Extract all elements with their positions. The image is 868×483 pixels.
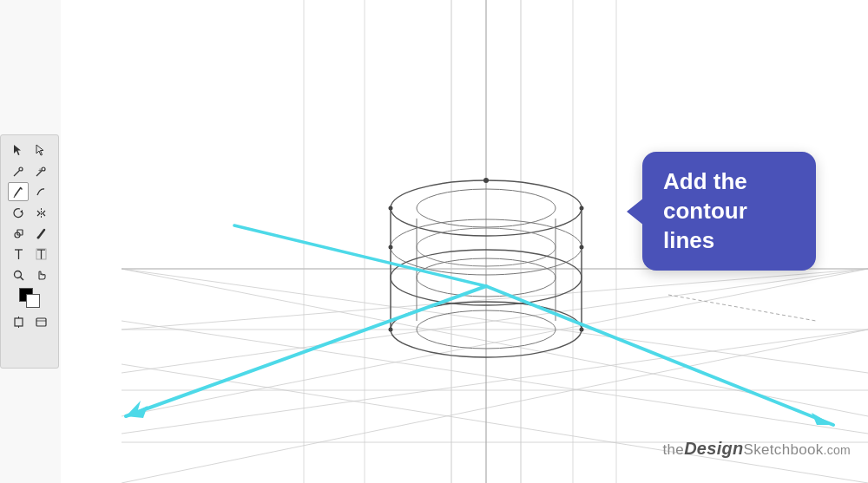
main-canvas: Add the contour lines theDesignSketchboo… xyxy=(61,0,868,483)
text-tool[interactable] xyxy=(8,245,29,264)
svg-line-20 xyxy=(20,277,23,280)
svg-point-0 xyxy=(19,167,23,171)
toolbar-row-view xyxy=(4,312,55,331)
tooltip-bubble: Add the contour lines xyxy=(642,152,816,271)
svg-point-62 xyxy=(389,328,393,332)
toolbar-row-2: + xyxy=(4,161,55,180)
eyedropper-tool[interactable] xyxy=(30,224,51,243)
svg-line-36 xyxy=(122,330,868,483)
pen-tool[interactable] xyxy=(8,161,29,180)
svg-line-66 xyxy=(126,286,486,416)
svg-point-2 xyxy=(42,167,45,171)
artboard-tool[interactable] xyxy=(8,312,29,331)
hand-tool[interactable] xyxy=(30,265,51,284)
svg-line-40 xyxy=(122,364,868,483)
toolbar-row-7 xyxy=(4,265,55,284)
tooltip-text-line3: lines xyxy=(663,227,714,253)
svg-marker-8 xyxy=(20,210,23,213)
watermark-suffix: Sketchbook xyxy=(744,441,824,458)
svg-point-61 xyxy=(580,206,584,211)
svg-text:+: + xyxy=(38,167,42,173)
svg-rect-24 xyxy=(36,318,46,326)
watermark: theDesignSketchbook.com xyxy=(663,439,851,459)
svg-point-13 xyxy=(36,236,39,238)
add-anchor-tool[interactable]: + xyxy=(30,161,51,180)
svg-point-60 xyxy=(389,206,393,211)
direct-select-tool[interactable] xyxy=(30,140,51,160)
svg-rect-21 xyxy=(15,318,23,326)
tooltip-text-line1: Add the xyxy=(663,168,747,194)
svg-point-63 xyxy=(580,328,584,332)
svg-point-64 xyxy=(389,245,393,250)
screen-mode-tool[interactable] xyxy=(30,312,51,331)
svg-line-1 xyxy=(14,170,20,176)
svg-point-19 xyxy=(14,271,21,277)
reflect-tool[interactable] xyxy=(30,203,51,222)
shape-builder-tool[interactable] xyxy=(8,224,29,243)
toolbar-row-6 xyxy=(4,245,55,264)
zoom-tool[interactable] xyxy=(8,265,29,284)
toolbar-row-4 xyxy=(4,203,55,222)
svg-line-34 xyxy=(122,269,868,330)
watermark-brand: Design xyxy=(684,439,743,458)
svg-line-12 xyxy=(39,230,44,237)
svg-point-59 xyxy=(483,178,489,183)
stroke-swatch[interactable] xyxy=(26,294,40,308)
svg-line-69 xyxy=(486,286,833,425)
toolbar-row-5 xyxy=(4,224,55,243)
toolbar: + xyxy=(0,134,59,369)
toolbar-row-3 xyxy=(4,182,55,201)
tooltip-text-line2: contour xyxy=(663,198,747,224)
svg-point-65 xyxy=(580,245,584,250)
pencil-tool[interactable] xyxy=(8,182,29,201)
svg-line-72 xyxy=(668,295,816,321)
svg-line-71 xyxy=(234,225,486,286)
area-text-tool[interactable] xyxy=(30,245,51,264)
rotate-tool[interactable] xyxy=(8,203,29,222)
svg-line-35 xyxy=(122,330,868,434)
svg-line-7 xyxy=(14,196,15,198)
toolbar-row-fill-stroke xyxy=(4,286,55,310)
svg-line-5 xyxy=(15,187,21,196)
watermark-prefix: the xyxy=(663,441,685,458)
watermark-tld: .com xyxy=(823,443,851,457)
arrow-select-tool[interactable] xyxy=(8,140,29,160)
toolbar-row-1 xyxy=(4,140,55,160)
smooth-tool[interactable] xyxy=(30,182,51,201)
